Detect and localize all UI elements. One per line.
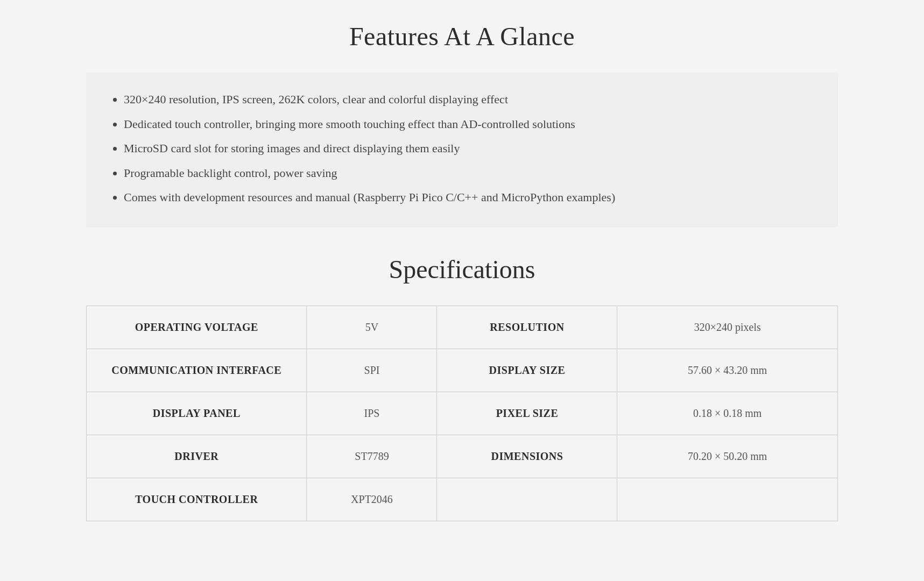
spec-label-right-0: RESOLUTION <box>437 306 617 349</box>
spec-value-left-1: SPI <box>307 349 437 392</box>
feature-item-0: 320×240 resolution, IPS screen, 262K col… <box>124 89 811 110</box>
spec-label-right-3: DIMENSIONS <box>437 435 617 478</box>
spec-row-3: DRIVERST7789DIMENSIONS70.20 × 50.20 mm <box>87 435 838 478</box>
spec-label-left-3: DRIVER <box>87 435 307 478</box>
page-container: Features At A Glance 320×240 resolution,… <box>0 0 924 543</box>
spec-value-left-0: 5V <box>307 306 437 349</box>
spec-label-right-1: DISPLAY SIZE <box>437 349 617 392</box>
spec-label-right-4 <box>437 478 617 521</box>
spec-value-right-2: 0.18 × 0.18 mm <box>617 392 838 435</box>
specs-table: OPERATING VOLTAGE5VRESOLUTION320×240 pix… <box>86 306 838 521</box>
spec-label-left-4: TOUCH CONTROLLER <box>87 478 307 521</box>
spec-value-left-2: IPS <box>307 392 437 435</box>
spec-value-right-4 <box>617 478 838 521</box>
specs-title: Specifications <box>86 254 838 284</box>
spec-label-left-2: DISPLAY PANEL <box>87 392 307 435</box>
feature-item-1: Dedicated touch controller, bringing mor… <box>124 114 811 135</box>
feature-item-4: Comes with development resources and man… <box>124 187 811 208</box>
spec-row-4: TOUCH CONTROLLERXPT2046 <box>87 478 838 521</box>
spec-label-right-2: PIXEL SIZE <box>437 392 617 435</box>
spec-label-left-1: COMMUNICATION INTERFACE <box>87 349 307 392</box>
spec-value-right-3: 70.20 × 50.20 mm <box>617 435 838 478</box>
features-list: 320×240 resolution, IPS screen, 262K col… <box>113 89 811 208</box>
features-title: Features At A Glance <box>86 22 838 51</box>
spec-label-left-0: OPERATING VOLTAGE <box>87 306 307 349</box>
feature-item-2: MicroSD card slot for storing images and… <box>124 138 811 159</box>
spec-value-right-0: 320×240 pixels <box>617 306 838 349</box>
spec-row-0: OPERATING VOLTAGE5VRESOLUTION320×240 pix… <box>87 306 838 349</box>
feature-item-3: Programable backlight control, power sav… <box>124 162 811 184</box>
spec-value-left-4: XPT2046 <box>307 478 437 521</box>
spec-row-1: COMMUNICATION INTERFACESPIDISPLAY SIZE57… <box>87 349 838 392</box>
spec-row-2: DISPLAY PANELIPSPIXEL SIZE0.18 × 0.18 mm <box>87 392 838 435</box>
spec-value-right-1: 57.60 × 43.20 mm <box>617 349 838 392</box>
features-list-container: 320×240 resolution, IPS screen, 262K col… <box>86 73 838 228</box>
features-section: Features At A Glance 320×240 resolution,… <box>86 22 838 228</box>
specs-section: Specifications OPERATING VOLTAGE5VRESOLU… <box>86 254 838 521</box>
spec-value-left-3: ST7789 <box>307 435 437 478</box>
